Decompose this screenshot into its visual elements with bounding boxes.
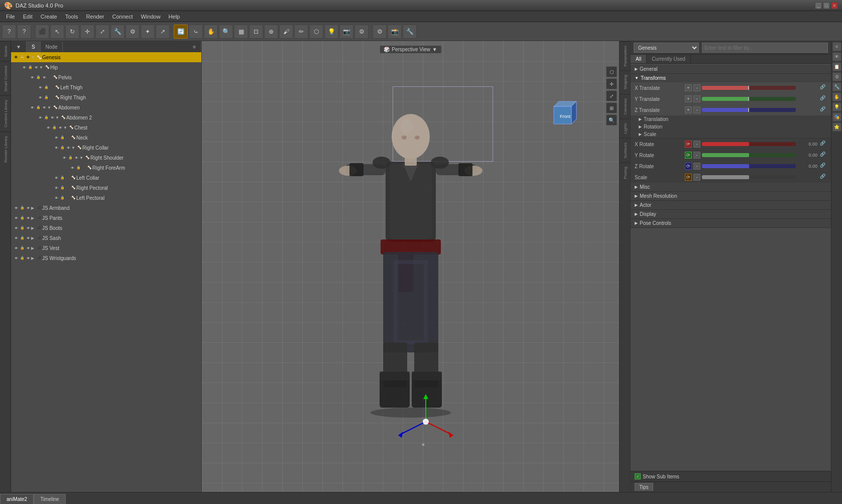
expand-arrow[interactable]: ▶ <box>31 236 36 240</box>
close-button[interactable]: × <box>831 2 838 9</box>
minus-button[interactable]: - <box>693 152 700 159</box>
tree-item-right-shoulder[interactable]: 👁 🔒 👁 ▼ 🦴 Right Shoulder <box>11 153 201 163</box>
menu-connect[interactable]: Connect <box>108 13 137 21</box>
active-tool-button[interactable]: 🔄 <box>174 25 188 39</box>
frame-button[interactable]: ▦ <box>234 25 248 39</box>
genesis-dropdown[interactable]: Genesis <box>634 43 699 53</box>
tree-item-left-pectoral[interactable]: 👁 🔒 🦴 Left Pectoral <box>11 193 201 203</box>
panel-icon-9[interactable]: ⭐ <box>832 122 841 132</box>
orbit-button[interactable]: ⤿ <box>189 25 203 39</box>
tree-item-js-sash[interactable]: 👁 🔒 👁 ▶ ⬛ JS Sash <box>11 233 201 243</box>
side-tab-lights[interactable]: Lights <box>620 118 631 138</box>
panel-icon-7[interactable]: 💡 <box>832 102 841 111</box>
help2-button[interactable]: ? <box>17 25 31 39</box>
paint-button[interactable]: ✏ <box>294 25 308 39</box>
tree-item-genesis[interactable]: 👁 🔒 👁 ▼ 🦴 Genesis <box>11 52 201 62</box>
viewport[interactable]: 🎲 Perspective View ▼ Front ⬡ ✛ ⤢ ⊞ 🔍 <box>202 41 619 492</box>
parameters-panel[interactable]: ▶ General ▼ Transforms X Translate + - <box>631 64 831 471</box>
filter-input[interactable] <box>702 43 828 53</box>
maximize-button[interactable]: □ <box>823 2 830 9</box>
tool6-button[interactable]: ⚙ <box>126 25 140 39</box>
viewport-btn-2[interactable]: ✛ <box>606 78 617 89</box>
tree-item-right-collar[interactable]: 👁 🔒 👁 ▼ 🦴 Right Collar <box>11 143 201 153</box>
side-tab-parameters[interactable]: Parameters <box>620 41 631 70</box>
expand-arrow[interactable]: ▶ <box>31 256 36 261</box>
expand-arrow[interactable]: ▼ <box>63 125 68 130</box>
scene-tab-menu[interactable]: ≡ <box>188 41 201 52</box>
rotate-button[interactable]: ↻ <box>65 25 79 39</box>
side-tab-cameras[interactable]: Cameras <box>620 94 631 118</box>
scene-tab-s[interactable]: S <box>27 41 41 52</box>
reset-icon[interactable]: ⟳ <box>685 141 692 148</box>
panel-icon-8[interactable]: 🎭 <box>832 112 841 121</box>
show-sub-items-checkbox[interactable]: ✓ <box>635 473 641 479</box>
tab-currently-used[interactable]: Currently Used <box>647 55 691 63</box>
perspective-view-button[interactable]: 🎲 Perspective View ▼ <box>379 45 441 54</box>
panel-icon-2[interactable]: 👁 <box>832 52 841 61</box>
side-tab-shaping[interactable]: Shaping <box>620 70 631 93</box>
expand-arrow[interactable]: ▼ <box>55 115 60 120</box>
minus-button[interactable]: - <box>693 141 700 148</box>
viewport-btn-5[interactable]: 🔍 <box>606 114 617 125</box>
prefs-button[interactable]: 🔧 <box>403 25 417 39</box>
scale-slider[interactable] <box>702 175 796 179</box>
tab-all[interactable]: All <box>631 55 647 63</box>
section-mesh-header[interactable]: ▶ Mesh Resolution <box>631 192 831 200</box>
minus-button[interactable]: + <box>685 84 692 91</box>
expand-arrow[interactable]: ▶ <box>31 206 36 210</box>
minus-button[interactable]: + <box>685 95 692 102</box>
tree-item-js-pants[interactable]: 👁 🔒 👁 ▶ ⬛ JS Pants <box>11 213 201 223</box>
navigation-cube[interactable]: Front <box>549 99 579 129</box>
tree-item-js-armband[interactable]: 👁 🔒 👁 ▶ ⬛ JS Armband <box>11 203 201 213</box>
select-button[interactable]: ↖ <box>50 25 64 39</box>
tree-item-right-thigh[interactable]: 👁 🔒 🦴 Right Thigh <box>11 92 201 102</box>
link-icon[interactable]: 🔗 <box>820 106 827 113</box>
reset-icon[interactable]: ⟳ <box>685 174 692 181</box>
tree-item-right-pectoral[interactable]: 👁 🔒 🦴 Right Pectoral <box>11 183 201 193</box>
tree-item-abdomen2[interactable]: 👁 🔒 👁 ▼ 🦴 Abdomen 2 <box>11 112 201 122</box>
z-translate-slider[interactable] <box>702 108 796 112</box>
x-translate-slider[interactable] <box>702 86 796 90</box>
tree-item-js-boots[interactable]: 👁 🔒 👁 ▶ ⬛ JS Boots <box>11 223 201 233</box>
tree-item-neck[interactable]: 👁 🔒 🦴 Neck <box>11 133 201 143</box>
x-rotate-slider[interactable] <box>702 142 796 146</box>
side-tab-surfaces[interactable]: Surfaces <box>620 138 631 163</box>
expand-arrow[interactable]: ▶ <box>31 226 36 230</box>
menu-create[interactable]: Create <box>37 13 61 21</box>
tree-item-hip[interactable]: 👁 🔒 👁 ▼ 🦴 Hip <box>11 62 201 72</box>
tree-item-abdomen[interactable]: 👁 🔒 👁 ▼ 🦴 Abdomen <box>11 102 201 112</box>
side-tab-render-library[interactable]: Render Library <box>0 132 11 167</box>
viewport-btn-4[interactable]: ⊞ <box>606 102 617 113</box>
menu-render[interactable]: Render <box>82 13 108 21</box>
side-tab-content-library[interactable]: Content Library <box>0 95 11 132</box>
sub-header-translation[interactable]: ▶ Translation <box>631 115 831 123</box>
link-icon[interactable]: 🔗 <box>820 141 827 148</box>
tab-timeline[interactable]: Timeline <box>34 494 65 504</box>
link-icon[interactable]: 🔗 <box>820 152 827 159</box>
side-tab-posing[interactable]: Posing <box>620 162 631 183</box>
menu-help[interactable]: Help <box>165 13 184 21</box>
minus2-button[interactable]: - <box>693 95 700 102</box>
panel-icon-3[interactable]: 📋 <box>832 62 841 71</box>
camera-button[interactable]: 📷 <box>339 25 353 39</box>
scale2-button[interactable]: ⤢ <box>95 25 109 39</box>
settings-button[interactable]: ⚙ <box>373 25 387 39</box>
scene-tab-collapse[interactable]: ▼ <box>11 41 27 52</box>
y-rotate-slider[interactable] <box>702 153 796 157</box>
section-general-header[interactable]: ▶ General <box>631 65 831 73</box>
section-pose-header[interactable]: ▶ Pose Controls <box>631 219 831 227</box>
scene-tree[interactable]: 👁 🔒 👁 ▼ 🦴 Genesis 👁 🔒 👁 ▼ 🦴 Hip 👁 <box>11 52 201 492</box>
panel-icon-1[interactable]: ≡ <box>832 42 841 51</box>
sub-header-scale[interactable]: ▶ Scale <box>631 131 831 138</box>
tree-item-js-wristguards[interactable]: 👁 🔒 👁 ▶ ⬛ JS Wristguards <box>11 253 201 263</box>
tree-item-right-forearm[interactable]: 👁 🔒 🦴 Right ForeArm <box>11 163 201 173</box>
light-button[interactable]: 💡 <box>324 25 338 39</box>
reset-icon[interactable]: ⟳ <box>685 163 692 170</box>
capture-button[interactable]: 📸 <box>388 25 402 39</box>
tree-item-pelvis[interactable]: 👁 🔒 👁 🦴 Pelvis <box>11 72 201 82</box>
minus-button[interactable]: - <box>693 163 700 170</box>
tree-item-chest[interactable]: 👁 🔒 👁 ▼ 🦴 Chest <box>11 122 201 133</box>
panel-icon-5[interactable]: 🔧 <box>832 82 841 91</box>
lasso-button[interactable]: ⊕ <box>264 25 278 39</box>
section-transforms-header[interactable]: ▼ Transforms <box>631 74 831 82</box>
